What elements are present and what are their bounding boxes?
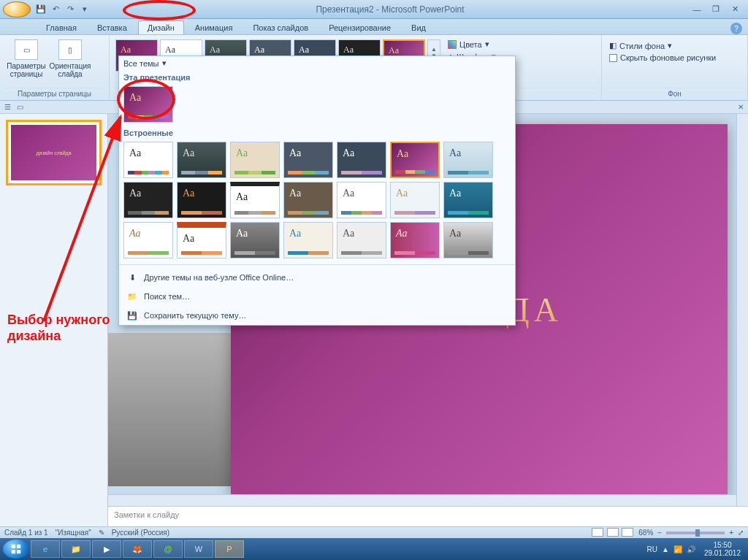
tab-slideshow[interactable]: Показ слайдов xyxy=(243,20,318,34)
outline-tab-icon[interactable]: ☰ xyxy=(4,103,11,111)
browse-themes[interactable]: 📁Поиск тем… xyxy=(119,287,515,306)
zoom-slider[interactable] xyxy=(666,532,725,534)
save-current-theme[interactable]: 💾Сохранить текущую тему… xyxy=(119,306,515,325)
chevron-down-icon: ▾ xyxy=(162,58,167,68)
theme-item[interactable]: Aa xyxy=(177,222,226,258)
close-button[interactable]: ✕ xyxy=(728,4,742,15)
quick-access-toolbar: 💾 ↶ ↷ ▾ xyxy=(35,4,91,15)
theme-item[interactable]: Aa xyxy=(283,142,333,178)
hide-bg-graphics-checkbox[interactable]: Скрыть фоновые рисунки xyxy=(606,52,743,64)
tray-network-icon[interactable]: 📶 xyxy=(673,545,682,553)
tray-lang[interactable]: RU xyxy=(647,545,657,553)
theme-item[interactable]: Aa xyxy=(123,222,173,258)
page-setup-button[interactable]: ▭ Параметры страницы xyxy=(4,37,48,88)
slide-thumbnails-pane: 1 дизайн слайда xyxy=(0,114,108,526)
group-label-background: Фон xyxy=(606,88,743,99)
theme-item[interactable]: Aa xyxy=(230,182,280,218)
theme-item[interactable]: Aa xyxy=(390,182,440,218)
office-online-themes[interactable]: ⬇Другие темы на веб-узле Office Online… xyxy=(119,268,515,287)
minimize-button[interactable]: — xyxy=(690,4,704,15)
colors-icon xyxy=(448,40,457,49)
fit-to-window-button[interactable]: ⤢ xyxy=(738,529,744,537)
colors-button[interactable]: Цвета ▾ xyxy=(445,38,505,50)
bg-styles-icon: ◧ xyxy=(609,41,617,50)
task-firefox[interactable]: 🦊 xyxy=(123,540,152,558)
thumb-title-text: дизайн слайда xyxy=(11,125,96,180)
zoom-percent[interactable]: 68% xyxy=(638,529,653,537)
theme-name-status: "Изящная" xyxy=(56,529,91,537)
task-powerpoint[interactable]: P xyxy=(215,540,244,558)
theme-item[interactable]: Aa xyxy=(337,182,386,218)
tab-design[interactable]: Дизайн xyxy=(138,20,184,34)
window-title: Презентация2 - Microsoft PowerPoint xyxy=(91,4,690,15)
slideshow-view-button[interactable] xyxy=(622,528,633,537)
theme-item[interactable]: Aa xyxy=(337,222,386,258)
zoom-out-button[interactable]: − xyxy=(657,529,662,537)
theme-item[interactable]: Aa xyxy=(123,182,173,218)
tab-home[interactable]: Главная xyxy=(37,20,86,34)
all-themes-header[interactable]: Все темы ▾ xyxy=(119,56,515,70)
tab-view[interactable]: Вид xyxy=(402,20,435,34)
office-button[interactable] xyxy=(3,1,31,18)
section-this-presentation: Эта презентация xyxy=(119,70,515,83)
task-ie[interactable]: e xyxy=(31,540,60,558)
tray-volume-icon[interactable]: 🔊 xyxy=(687,545,695,553)
page-setup-icon: ▭ xyxy=(15,39,38,60)
start-button[interactable] xyxy=(3,540,29,559)
theme-item[interactable]: Aa xyxy=(230,222,280,258)
qat-more-icon[interactable]: ▾ xyxy=(79,4,91,15)
slide-thumbnail[interactable]: дизайн слайда xyxy=(6,120,102,185)
undo-icon[interactable]: ↶ xyxy=(50,4,61,15)
notes-pane[interactable]: Заметки к слайду xyxy=(108,506,748,526)
tab-insert[interactable]: Вставка xyxy=(88,20,137,34)
checkbox-icon xyxy=(609,54,617,62)
spellcheck-icon[interactable]: ✎ xyxy=(99,529,104,537)
theme-item[interactable]: Aa xyxy=(123,142,173,178)
normal-view-button[interactable] xyxy=(592,528,603,537)
horizontal-scrollbar[interactable] xyxy=(108,494,736,506)
system-tray: RU ▲ 📶 🔊 15:50 29.01.2012 xyxy=(647,541,745,557)
task-media[interactable]: ▶ xyxy=(92,540,121,558)
slide-counter: Слайд 1 из 1 xyxy=(4,529,48,537)
tab-review[interactable]: Рецензирование xyxy=(319,20,400,34)
task-mail[interactable]: @ xyxy=(153,540,183,558)
tray-flag-icon[interactable]: ▲ xyxy=(662,545,669,553)
slides-tab-icon[interactable]: ▭ xyxy=(17,103,23,111)
theme-item[interactable]: Aa xyxy=(177,182,226,218)
theme-item[interactable]: Aa xyxy=(337,142,386,178)
vertical-scrollbar[interactable] xyxy=(736,114,748,506)
tray-clock[interactable]: 15:50 29.01.2012 xyxy=(700,541,745,557)
windows-taskbar: e 📁 ▶ 🦊 @ W P RU ▲ 📶 🔊 15:50 29.01.2012 xyxy=(0,538,748,560)
status-bar: Слайд 1 из 1 "Изящная" ✎ Русский (Россия… xyxy=(0,526,748,538)
theme-item-selected[interactable]: Aa xyxy=(390,142,440,178)
builtin-themes-grid: Aa Aa Aa Aa Aa Aa Aa Aa Aa Aa Aa Aa Aa A… xyxy=(119,139,515,261)
theme-item[interactable]: Aa xyxy=(283,222,333,258)
redo-icon[interactable]: ↷ xyxy=(64,4,76,15)
folder-icon: 📁 xyxy=(126,291,138,302)
download-icon: ⬇ xyxy=(126,272,138,283)
theme-item[interactable]: Aa xyxy=(230,142,280,178)
save-icon: 💾 xyxy=(126,310,138,321)
view-buttons xyxy=(591,528,635,538)
task-explorer[interactable]: 📁 xyxy=(61,540,91,558)
slide-orientation-button[interactable]: ▯ Ориентация слайда xyxy=(48,37,92,88)
background-styles-button[interactable]: ◧Стили фона ▾ xyxy=(606,39,743,52)
maximize-button[interactable]: ❐ xyxy=(709,4,723,15)
theme-item[interactable]: Aa xyxy=(177,142,226,178)
tab-animation[interactable]: Анимация xyxy=(186,20,243,34)
theme-item-current[interactable]: Aa xyxy=(123,86,173,123)
section-builtin: Встроенные xyxy=(119,126,515,139)
task-word[interactable]: W xyxy=(184,540,213,558)
theme-item[interactable]: Aa xyxy=(443,142,493,178)
themes-dropdown-panel: Все темы ▾ Эта презентация Aa Встроенные… xyxy=(118,55,516,326)
theme-item[interactable]: Aa xyxy=(443,182,493,218)
language-status[interactable]: Русский (Россия) xyxy=(112,529,169,537)
help-icon[interactable]: ? xyxy=(730,23,742,34)
sorter-view-button[interactable] xyxy=(607,528,619,537)
save-icon[interactable]: 💾 xyxy=(35,4,47,15)
theme-item[interactable]: Aa xyxy=(283,182,333,218)
theme-item[interactable]: Aa xyxy=(443,222,493,258)
close-pane-icon[interactable]: ✕ xyxy=(738,103,744,111)
theme-item[interactable]: Aa xyxy=(390,222,440,258)
zoom-in-button[interactable]: + xyxy=(729,529,733,537)
